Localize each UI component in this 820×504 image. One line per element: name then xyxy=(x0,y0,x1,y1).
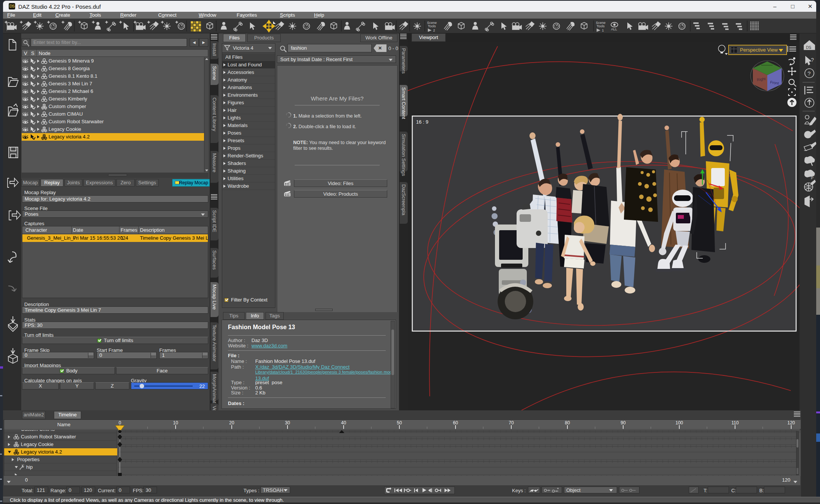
svg-text:Perspective View: Perspective View xyxy=(740,47,778,53)
svg-text:DS: DS xyxy=(806,46,811,50)
svg-text:100: 100 xyxy=(675,420,683,425)
svg-text:20: 20 xyxy=(229,420,234,425)
svg-text:90: 90 xyxy=(620,420,626,425)
svg-text:10: 10 xyxy=(173,420,178,425)
svg-text:80: 80 xyxy=(565,420,570,425)
svg-text:Tools: Tools xyxy=(428,24,436,28)
svg-text:ALL: ALL xyxy=(611,27,617,31)
svg-text:2: 2 xyxy=(433,28,435,32)
svg-text:40: 40 xyxy=(341,420,346,425)
svg-text:?: ? xyxy=(811,57,814,63)
svg-text:50: 50 xyxy=(397,420,402,425)
svg-text:60: 60 xyxy=(453,420,458,425)
svg-text:P: P xyxy=(811,176,814,180)
svg-text:120: 120 xyxy=(787,420,795,425)
svg-text:Tools: Tools xyxy=(597,24,605,28)
svg-text:?: ? xyxy=(807,70,811,77)
svg-text:0: 0 xyxy=(119,420,121,425)
svg-text:70: 70 xyxy=(509,420,514,425)
svg-text:110: 110 xyxy=(731,420,738,425)
svg-text:1: 1 xyxy=(602,28,604,32)
svg-text:30: 30 xyxy=(285,420,290,425)
svg-text:16 : 9: 16 : 9 xyxy=(416,119,429,125)
